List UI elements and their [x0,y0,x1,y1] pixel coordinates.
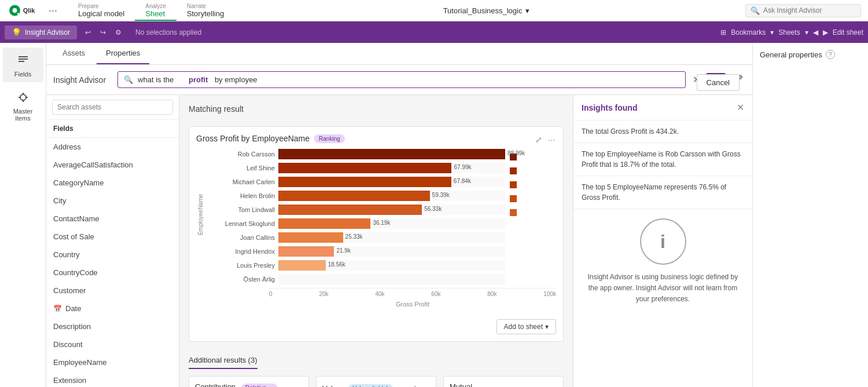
tab-assets[interactable]: Assets [53,43,94,64]
sidebar-item-fields[interactable]: Fields [3,48,43,82]
sheets-btn[interactable]: Sheets [778,28,800,36]
insights-panel: Insights found ✕ The total Gross Profit … [573,95,752,387]
bar-row: Tom Lindwall56.33k [205,205,505,215]
cancel-button[interactable]: Cancel [697,74,740,91]
field-item-category[interactable]: CategoryName [46,174,179,192]
legend-square [510,195,517,202]
bar-fill [278,232,343,243]
bar-container: 21.9k [278,246,505,257]
field-name: City [53,196,66,205]
insight-text-0: The total Gross Profit is 434.2k. [582,127,679,136]
field-item-description[interactable]: Description [46,317,179,335]
add-to-sheet-button[interactable]: Add to sheet ▾ [496,319,556,334]
mini-legend [510,149,556,288]
field-item-country-code[interactable]: CountryCode [46,264,179,282]
x-axis-label: Gross Profit [269,301,556,308]
bar-label: Östen Ärlig [205,276,275,283]
svg-point-7 [20,94,26,100]
nav-narrate[interactable]: Narrate Storytelling [176,0,234,21]
bar-row: Louis Presley18.56k [205,260,505,271]
ia-search-field[interactable] [138,75,184,84]
prepare-label: Prepare [78,3,124,9]
fields-section-label: Fields [46,120,179,138]
insight-text-1: The top EmployeeName is Rob Carsson with… [582,150,741,169]
ia-search-field-rest[interactable] [212,75,259,84]
app-title[interactable]: Tutorial_Business_logic ▾ [443,6,530,15]
ask-insight-search[interactable]: 🔍 [745,4,861,17]
prev-sheet-icon[interactable]: ◀ [813,28,818,36]
split-panel: Fields Address AverageCallSatisfaction C… [46,95,752,387]
x-axis: 020k40k60k80k100k [269,288,556,297]
field-name: Address [53,143,81,151]
field-name: Customer [53,286,86,295]
chart-card-header: Gross Profit by EmployeeName Ranking ⤢ ·… [196,134,556,143]
additional-results-label: Additional results (3) [189,356,258,369]
tab-properties[interactable]: Properties [97,43,149,64]
second-nav: 💡 Insight Advisor ↩ ↪ ⚙ No selections ap… [0,21,868,43]
bar-container: 59.39k [278,191,505,201]
field-name: AverageCallSatisfaction [53,160,133,169]
ask-insight-input[interactable] [763,6,856,14]
field-item-avg-call[interactable]: AverageCallSatisfaction [46,156,179,174]
next-sheet-icon[interactable]: ▶ [823,28,828,36]
insight-advisor-icon: 💡 [12,28,21,37]
ia-info-icon: i [640,218,686,265]
svg-rect-5 [19,59,28,60]
master-items-icon [15,89,31,105]
more-values-button[interactable]: ··· [421,382,430,387]
ia-title: Insight Advisor [53,75,106,85]
more-options-icon[interactable]: ··· [45,5,61,17]
narrate-subtitle: Storytelling [187,9,224,18]
help-icon: ? [826,50,835,59]
field-item-employee[interactable]: EmployeeName [46,353,179,371]
field-item-address[interactable]: Address [46,138,179,156]
bar-container: 36.19k [278,218,505,229]
svg-rect-6 [19,61,24,62]
prepare-subtitle: Logical model [78,9,124,18]
nav-analyze[interactable]: Analyze Sheet [135,0,176,21]
ranking-badge: Ranking [314,134,345,143]
field-name: Discount [53,340,83,349]
expand-chart-button[interactable]: ⤢ [534,134,543,145]
field-item-contact[interactable]: ContactName [46,210,179,228]
expand-values-button[interactable]: ⤢ [409,382,418,387]
bar-row: Lennart Skoglund36.19k [205,218,505,229]
chart-more-button[interactable]: ··· [547,134,556,145]
mini-card-values: Values Values (table) ⤢ ··· [316,376,436,387]
bookmarks-btn[interactable]: Bookmarks [731,28,766,36]
bar-fill [278,149,505,159]
close-insights-button[interactable]: ✕ [737,102,744,113]
field-item-extension[interactable]: Extension [46,371,179,387]
bar-fill [278,260,326,271]
selections-icon[interactable]: ⚙ [113,26,124,39]
grid-icon[interactable]: ⊞ [720,28,726,36]
insight-advisor-button[interactable]: 💡 Insight Advisor [5,25,77,39]
fields-search-input[interactable] [52,100,173,115]
nav-prepare[interactable]: Prepare Logical model [68,0,135,21]
field-item-customer[interactable]: Customer [46,282,179,300]
bar-value-label: 36.19k [373,220,390,226]
bar-fill [278,205,422,215]
sheets-chevron-icon[interactable]: ▾ [805,28,808,36]
bookmarks-chevron-icon[interactable]: ▾ [770,28,774,36]
main-area: Fields Master items Assets Properties [0,43,868,387]
field-item-date[interactable]: 📅 Date [46,300,179,317]
matching-result-label: Matching result [189,104,564,114]
mini-card-mutual: Mutual dependency bet... Mutual Informat… [443,376,564,387]
redo-icon[interactable]: ↪ [98,26,108,39]
field-item-city[interactable]: City [46,192,179,210]
ia-search-input-box[interactable]: 🔍 profit [117,71,686,88]
field-item-cost-of-sale[interactable]: Cost of Sale [46,228,179,246]
x-axis-tick: 0 [269,291,273,297]
edit-sheet-btn[interactable]: Edit sheet [833,28,863,36]
master-items-label: Master items [6,108,40,122]
y-axis-area: EmployeeName [196,149,205,288]
field-item-discount[interactable]: Discount [46,335,179,353]
ia-info-section: i Insight Advisor is using business logi… [573,209,752,315]
sidebar-item-master[interactable]: Master items [3,85,43,126]
main-chart-card: Gross Profit by EmployeeName Ranking ⤢ ·… [189,126,564,342]
field-item-country[interactable]: Country [46,246,179,264]
logo-area: Qlik ··· [0,0,68,21]
search-icon: 🔍 [751,6,760,15]
undo-icon[interactable]: ↩ [83,26,93,39]
